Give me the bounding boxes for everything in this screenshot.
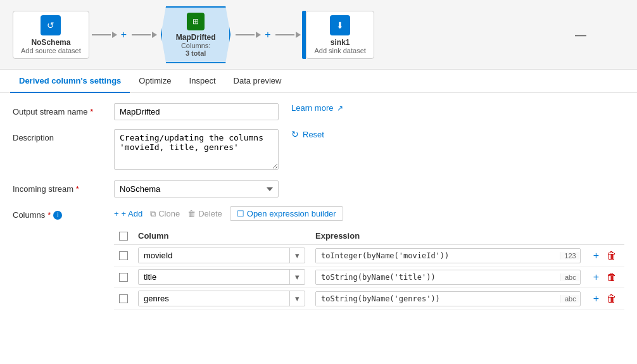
row-column-cell: ▾ [133, 288, 310, 310]
row-expression-cell: 123 [310, 245, 586, 267]
pipeline-canvas: ↺ NoSchema Add source dataset + ⊞ MapDri… [0, 0, 637, 70]
tabs-bar: Derived column's settings Optimize Inspe… [0, 70, 637, 93]
description-label: Description [13, 129, 114, 142]
expression-header: Expression [310, 227, 586, 245]
row-1-type-badge: abc [560, 273, 580, 281]
columns-label: Columns * i [13, 206, 114, 220]
connector-1 [91, 32, 117, 38]
row-2-delete-button[interactable]: 🗑 [604, 292, 619, 306]
row-2-column-input[interactable] [139, 291, 289, 306]
actions-header [586, 227, 624, 245]
side-actions: Learn more [291, 103, 343, 113]
connector-4 [274, 32, 301, 38]
node-noschema-sub: Add source dataset [21, 47, 81, 54]
table-row: ▾ abc + 🗑 [114, 267, 624, 288]
node-noschema-label: NoSchema [31, 38, 70, 47]
description-input[interactable] [114, 129, 279, 170]
row-checkbox-cell [114, 288, 133, 310]
tab-derived[interactable]: Derived column's settings [10, 70, 130, 93]
row-0-expression-input[interactable] [316, 249, 560, 263]
columns-info-icon[interactable]: i [53, 211, 62, 220]
delete-button[interactable]: 🗑 Delete [187, 209, 222, 218]
row-2-add-button[interactable]: + [591, 292, 602, 306]
reset-icon: ↻ [291, 129, 299, 139]
row-0-add-button[interactable]: + [591, 249, 602, 263]
columns-section: + + Add ⧉ Clone 🗑 Delete ☐ Open expressi… [114, 206, 624, 310]
expression-builder-icon: ☐ [237, 209, 244, 218]
connector-3 [234, 32, 261, 38]
column-header: Column [133, 227, 310, 245]
node-sink1-sub: Add sink dataset [314, 47, 365, 54]
output-stream-label: Output stream name * [13, 103, 114, 116]
description-control [114, 129, 279, 172]
description-row: Description ↻ Reset [13, 129, 624, 172]
row-2-expression-input[interactable] [316, 292, 560, 306]
tab-inspect[interactable]: Inspect [180, 70, 225, 93]
output-stream-input[interactable] [114, 103, 279, 120]
delete-icon: 🗑 [187, 209, 196, 218]
row-2-checkbox[interactable] [119, 294, 128, 303]
node-mapdrifted-sub1: Columns: [181, 42, 210, 49]
connector-2 [130, 32, 157, 38]
tab-optimize[interactable]: Optimize [130, 70, 180, 93]
row-column-cell: ▾ [133, 267, 310, 288]
incoming-stream-control: NoSchema [114, 180, 279, 198]
reset-button[interactable]: ↻ Reset [291, 129, 324, 139]
row-1-column-dropdown[interactable]: ▾ [289, 270, 305, 284]
row-expression-cell: abc [310, 267, 586, 288]
row-0-column-input[interactable] [139, 248, 289, 263]
open-expression-builder-button[interactable]: ☐ Open expression builder [230, 206, 343, 221]
node-mapdrifted-label: MapDrifted [176, 33, 216, 42]
row-actions-cell: + 🗑 [586, 288, 624, 310]
incoming-stream-row: Incoming stream * NoSchema [13, 180, 624, 198]
row-checkbox-cell [114, 267, 133, 288]
node-sink1-label: sink1 [331, 38, 350, 47]
row-actions-cell: + 🗑 [586, 267, 624, 288]
header-checkbox-col [114, 227, 133, 245]
row-0-column-dropdown[interactable]: ▾ [289, 248, 305, 263]
external-link-icon [336, 103, 343, 113]
side-actions-2: ↻ Reset [291, 129, 324, 139]
add-column-button[interactable]: + + Add [114, 209, 142, 218]
settings-panel: Output stream name * Learn more Descript… [0, 93, 637, 361]
row-expression-cell: abc [310, 288, 586, 310]
node-noschema[interactable]: ↺ NoSchema Add source dataset [13, 11, 89, 59]
columns-toolbar: + + Add ⧉ Clone 🗑 Delete ☐ Open expressi… [114, 206, 624, 221]
row-actions-cell: + 🗑 [586, 245, 624, 267]
row-1-column-input[interactable] [139, 270, 289, 284]
node-mapdrifted[interactable]: ⊞ MapDrifted Columns: 3 total [161, 6, 230, 63]
incoming-stream-label: Incoming stream * [13, 180, 114, 194]
row-1-checkbox[interactable] [119, 273, 128, 282]
row-2-column-dropdown[interactable]: ▾ [289, 291, 305, 306]
table-row: ▾ 123 + 🗑 [114, 245, 624, 267]
row-column-cell: ▾ [133, 245, 310, 267]
row-0-type-badge: 123 [560, 252, 579, 260]
columns-table: Column Expression ▾ 123 [114, 227, 624, 310]
clone-button[interactable]: ⧉ Clone [150, 209, 180, 219]
clone-icon: ⧉ [150, 209, 156, 219]
row-1-expression-input[interactable] [316, 270, 560, 284]
row-0-checkbox[interactable] [119, 251, 128, 260]
select-all-checkbox[interactable] [119, 232, 128, 241]
row-checkbox-cell [114, 245, 133, 267]
incoming-stream-select[interactable]: NoSchema [114, 180, 279, 198]
minimize-button[interactable]: — [575, 28, 586, 41]
plus-icon: + [114, 209, 119, 218]
learn-more-button[interactable]: Learn more [291, 103, 343, 113]
row-1-delete-button[interactable]: 🗑 [604, 270, 619, 284]
columns-row: Columns * i + + Add ⧉ Clone 🗑 Delete [13, 206, 624, 310]
output-stream-control [114, 103, 279, 120]
output-stream-row: Output stream name * Learn more [13, 103, 624, 120]
row-1-add-button[interactable]: + [591, 270, 602, 284]
add-between-transform-sink[interactable]: + [262, 29, 273, 41]
table-row: ▾ abc + 🗑 [114, 288, 624, 310]
node-mapdrifted-sub2: 3 total [186, 49, 206, 57]
source-icon: ↺ [41, 15, 61, 35]
add-between-source-transform[interactable]: + [118, 29, 129, 41]
row-0-delete-button[interactable]: 🗑 [604, 249, 619, 263]
tab-data-preview[interactable]: Data preview [225, 70, 291, 93]
sink-icon: ⬇ [330, 15, 350, 35]
node-sink1[interactable]: ⬇ sink1 Add sink dataset [302, 11, 374, 59]
row-2-type-badge: abc [560, 295, 580, 303]
transform-icon: ⊞ [187, 13, 205, 30]
